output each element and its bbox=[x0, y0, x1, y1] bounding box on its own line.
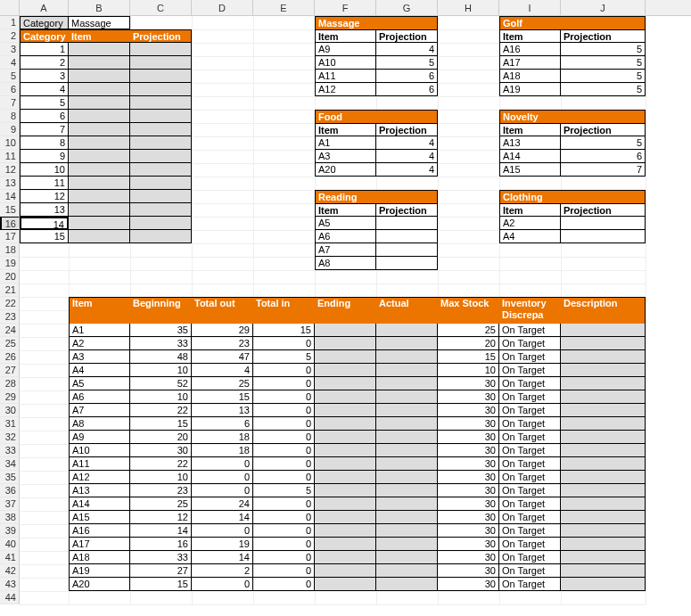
inv-act[interactable] bbox=[376, 377, 438, 390]
cat-row-item[interactable] bbox=[69, 110, 130, 123]
inv-desc[interactable] bbox=[561, 497, 646, 511]
inv-hdr[interactable]: Max Stock bbox=[438, 297, 499, 324]
inv-beg[interactable]: 33 bbox=[130, 337, 192, 350]
row-header-34[interactable]: 34 bbox=[0, 457, 20, 471]
cat-row-proj[interactable] bbox=[130, 70, 192, 83]
cat-row-proj[interactable] bbox=[130, 83, 192, 96]
cat-row-proj[interactable] bbox=[130, 43, 192, 56]
inv-max[interactable]: 30 bbox=[438, 471, 499, 484]
mini-item[interactable]: A11 bbox=[315, 70, 376, 83]
mini-proj[interactable]: 5 bbox=[561, 70, 646, 83]
label-category[interactable]: Category bbox=[20, 16, 69, 29]
inv-desc[interactable] bbox=[561, 457, 646, 471]
inv-desc[interactable] bbox=[561, 484, 646, 497]
mini-hdr-item[interactable]: Item bbox=[315, 29, 376, 43]
inv-disc[interactable]: On Target bbox=[499, 457, 561, 471]
inv-beg[interactable]: 10 bbox=[130, 471, 192, 484]
inv-desc[interactable] bbox=[561, 538, 646, 551]
row-header-42[interactable]: 42 bbox=[0, 564, 20, 578]
row-header-40[interactable]: 40 bbox=[0, 538, 20, 551]
mini-title[interactable]: Golf bbox=[499, 16, 561, 29]
row-header-9[interactable]: 9 bbox=[0, 123, 20, 136]
inv-out[interactable]: 0 bbox=[192, 484, 253, 497]
inv-beg[interactable]: 22 bbox=[130, 457, 192, 471]
inv-end[interactable] bbox=[315, 538, 376, 551]
inv-act[interactable] bbox=[376, 390, 438, 404]
inv-disc[interactable]: On Target bbox=[499, 364, 561, 377]
inv-in[interactable]: 0 bbox=[253, 564, 315, 578]
inv-item[interactable]: A13 bbox=[69, 484, 130, 497]
inv-disc[interactable]: On Target bbox=[499, 444, 561, 457]
inv-desc[interactable] bbox=[561, 390, 646, 404]
cat-row-num[interactable]: 10 bbox=[20, 163, 69, 177]
inv-desc[interactable] bbox=[561, 324, 646, 337]
mini-title[interactable]: Massage bbox=[315, 16, 376, 29]
inv-act[interactable] bbox=[376, 364, 438, 377]
cat-row-num[interactable]: 4 bbox=[20, 83, 69, 96]
inv-desc[interactable] bbox=[561, 471, 646, 484]
inv-desc[interactable] bbox=[561, 377, 646, 390]
inv-act[interactable] bbox=[376, 444, 438, 457]
cat-hdr-category[interactable]: Category bbox=[20, 29, 69, 43]
inv-item[interactable]: A7 bbox=[69, 404, 130, 417]
mini-proj[interactable]: 6 bbox=[561, 150, 646, 163]
cat-row-item[interactable] bbox=[69, 43, 130, 56]
inv-act[interactable] bbox=[376, 497, 438, 511]
inv-act[interactable] bbox=[376, 417, 438, 431]
inv-disc[interactable]: On Target bbox=[499, 337, 561, 350]
inv-out[interactable]: 18 bbox=[192, 444, 253, 457]
row-header-33[interactable]: 33 bbox=[0, 444, 20, 457]
inv-out[interactable]: 6 bbox=[192, 417, 253, 431]
mini-title[interactable]: Food bbox=[315, 110, 376, 123]
mini-hdr-item[interactable]: Item bbox=[315, 123, 376, 136]
col-header-B[interactable]: B bbox=[69, 0, 130, 15]
inv-max[interactable]: 15 bbox=[438, 350, 499, 364]
inv-hdr[interactable]: Inventory Discrepa bbox=[499, 297, 561, 324]
row-header-27[interactable]: 27 bbox=[0, 364, 20, 377]
inv-hdr[interactable]: Total in bbox=[253, 297, 315, 324]
cat-row-item[interactable] bbox=[69, 230, 130, 243]
cat-row-num[interactable]: 8 bbox=[20, 136, 69, 150]
mini-proj[interactable]: 5 bbox=[561, 43, 646, 56]
inv-out[interactable]: 14 bbox=[192, 551, 253, 564]
row-header-24[interactable]: 24 bbox=[0, 324, 20, 337]
cat-row-proj[interactable] bbox=[130, 230, 192, 243]
mini-proj[interactable]: 7 bbox=[561, 163, 646, 177]
inv-disc[interactable]: On Target bbox=[499, 484, 561, 497]
mini-proj[interactable]: 5 bbox=[561, 83, 646, 96]
inv-in[interactable]: 5 bbox=[253, 350, 315, 364]
row-header-31[interactable]: 31 bbox=[0, 417, 20, 431]
row-header-38[interactable]: 38 bbox=[0, 511, 20, 524]
inv-hdr[interactable]: Description bbox=[561, 297, 646, 324]
inv-disc[interactable]: On Target bbox=[499, 538, 561, 551]
inv-item[interactable]: A5 bbox=[69, 377, 130, 390]
inv-in[interactable]: 0 bbox=[253, 551, 315, 564]
cat-row-proj[interactable] bbox=[130, 110, 192, 123]
inv-act[interactable] bbox=[376, 484, 438, 497]
inv-in[interactable]: 0 bbox=[253, 511, 315, 524]
row-header-36[interactable]: 36 bbox=[0, 484, 20, 497]
row-header-37[interactable]: 37 bbox=[0, 497, 20, 511]
inv-end[interactable] bbox=[315, 417, 376, 431]
inv-item[interactable]: A8 bbox=[69, 417, 130, 431]
inv-desc[interactable] bbox=[561, 551, 646, 564]
inv-item[interactable]: A20 bbox=[69, 578, 130, 591]
col-header-H[interactable]: H bbox=[438, 0, 499, 15]
cat-row-item[interactable] bbox=[69, 70, 130, 83]
inv-item[interactable]: A14 bbox=[69, 497, 130, 511]
inv-in[interactable]: 0 bbox=[253, 404, 315, 417]
mini-hdr-item[interactable]: Item bbox=[499, 29, 561, 43]
inv-end[interactable] bbox=[315, 444, 376, 457]
mini-hdr-item[interactable]: Item bbox=[499, 203, 561, 217]
inv-disc[interactable]: On Target bbox=[499, 417, 561, 431]
mini-item[interactable]: A5 bbox=[315, 217, 376, 230]
row-header-41[interactable]: 41 bbox=[0, 551, 20, 564]
inv-desc[interactable] bbox=[561, 417, 646, 431]
inv-end[interactable] bbox=[315, 511, 376, 524]
mini-hdr-proj[interactable]: Projection bbox=[561, 123, 646, 136]
inv-out[interactable]: 15 bbox=[192, 390, 253, 404]
inv-end[interactable] bbox=[315, 324, 376, 337]
inv-item[interactable]: A18 bbox=[69, 551, 130, 564]
row-header-29[interactable]: 29 bbox=[0, 390, 20, 404]
mini-proj[interactable] bbox=[376, 217, 438, 230]
